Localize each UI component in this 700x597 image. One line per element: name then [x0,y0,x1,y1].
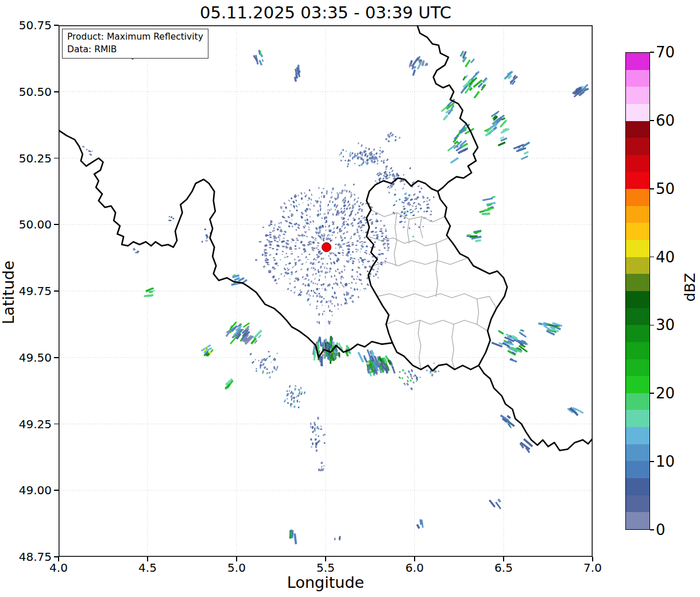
colorbar-ticklabel: 10 [656,453,690,470]
y-tickmark [54,556,59,557]
colorbar-tickmark [650,120,654,121]
colorbar-segment [626,223,649,240]
radar-figure: 05.11.2025 03:35 - 03:39 UTC Product: Ma… [0,0,700,597]
colorbar-segment [626,138,649,155]
colorbar-segment [626,87,649,104]
chart-title: 05.11.2025 03:35 - 03:39 UTC [59,3,593,22]
y-tickmark [54,290,59,292]
colorbar-ticklabel: 60 [656,112,690,129]
colorbar-ticklabel: 20 [656,385,690,402]
x-ticklabel: 7.0 [573,561,613,575]
colorbar-segment [626,206,649,223]
y-ticklabel: 48.75 [0,551,52,563]
colorbar-ticklabel: 40 [656,249,690,266]
colorbar-segment [626,274,649,291]
colorbar-segment [626,308,649,325]
colorbar-ticklabel: 70 [656,44,690,61]
radar-map-canvas [59,25,593,557]
colorbar [625,52,650,530]
product-line: Product: Maximum Reflectivity [67,31,203,44]
colorbar-tickmark [650,188,654,189]
colorbar-tickmark [650,529,654,530]
colorbar-segment [626,427,649,444]
colorbar-segment [626,512,649,529]
colorbar-segment [626,257,649,274]
product-annotation-box: Product: Maximum Reflectivity Data: RMIB [62,29,208,59]
y-ticklabel: 49.50 [0,351,52,364]
colorbar-segment [626,410,649,427]
x-ticklabel: 5.0 [216,561,257,575]
x-axis-label: Longitude [59,573,593,591]
colorbar-segment [626,376,649,393]
colorbar-segment [626,53,649,70]
colorbar-segment [626,393,649,410]
colorbar-segment [626,444,649,462]
colorbar-segment [626,172,649,189]
y-tickmark [54,91,59,92]
colorbar-segment [626,155,649,172]
colorbar-ticklabel: 0 [656,521,690,538]
colorbar-segment [626,240,649,257]
y-ticklabel: 50.00 [0,218,52,231]
y-ticklabel: 50.50 [0,86,52,98]
y-tickmark [54,158,59,159]
map-plot-area: Product: Maximum Reflectivity Data: RMIB [59,25,593,557]
colorbar-ticklabel: 50 [656,180,690,197]
colorbar-tickmark [650,461,654,462]
y-tickmark [54,224,59,225]
colorbar-segment [626,461,649,478]
y-tickmark [54,357,59,358]
y-tickmark [54,25,59,26]
colorbar-tickmark [650,393,654,394]
colorbar-segment [626,189,649,206]
colorbar-tickmark [650,325,654,326]
colorbar-ticklabel: 30 [656,316,690,334]
data-source-line: Data: RMIB [67,44,203,56]
colorbar-unit-label: dBZ [682,265,698,311]
x-ticklabel: 5.5 [305,561,346,575]
colorbar-segment [626,291,649,308]
y-tickmark [54,490,59,491]
y-ticklabel: 49.25 [0,418,52,431]
colorbar-segment [626,359,649,377]
x-ticklabel: 6.0 [395,561,435,575]
colorbar-segment [626,325,649,342]
colorbar-segment [626,121,649,138]
y-axis-label: Latitude [0,235,17,350]
y-ticklabel: 50.75 [0,19,52,32]
colorbar-segment [626,70,649,87]
y-ticklabel: 49.00 [0,484,52,497]
y-tickmark [54,424,59,425]
x-ticklabel: 6.5 [484,561,524,575]
colorbar-segment [626,104,649,121]
colorbar-segment [626,342,649,359]
x-ticklabel: 4.5 [127,561,168,575]
colorbar-segment [626,495,649,513]
y-ticklabel: 50.25 [0,152,52,165]
colorbar-segment [626,478,649,495]
colorbar-tickmark [650,52,654,53]
colorbar-tickmark [650,257,654,258]
